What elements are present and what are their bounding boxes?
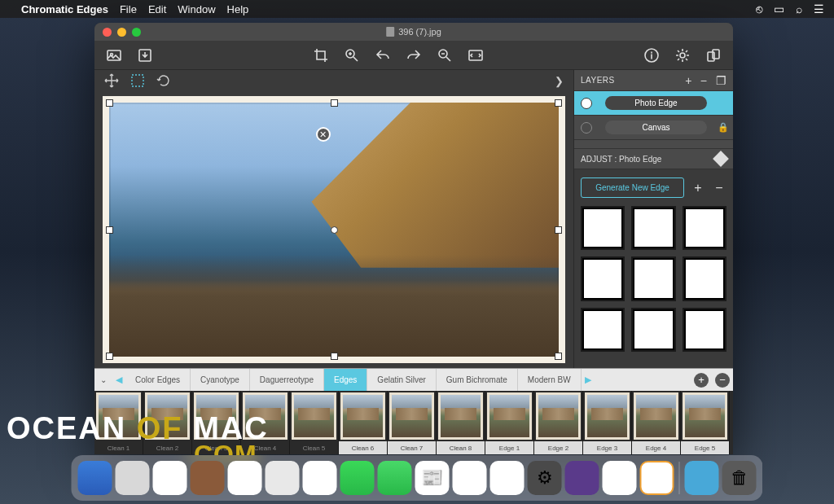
window-titlebar[interactable]: 396 (7).jpg: [94, 23, 733, 41]
delete-selection-icon[interactable]: ✕: [316, 127, 331, 142]
scroll-left-icon[interactable]: ◀: [112, 375, 125, 385]
filter-tab[interactable]: Color Edges: [125, 369, 191, 391]
search-icon[interactable]: ⌕: [796, 2, 802, 15]
preset-thumbnail[interactable]: Clean 6: [339, 391, 388, 454]
info-icon[interactable]: [643, 47, 660, 64]
dock-messages-icon[interactable]: [340, 461, 375, 495]
dock-contacts-icon[interactable]: [191, 461, 225, 495]
minimize-window-button[interactable]: [117, 28, 126, 37]
status-icon[interactable]: ⎋: [756, 2, 762, 15]
dock-news-icon[interactable]: 📰: [415, 461, 450, 495]
rotate-tool-icon[interactable]: [156, 73, 171, 88]
resize-handle[interactable]: [106, 353, 113, 360]
dock-app-icon[interactable]: [153, 461, 187, 495]
filter-tab-active[interactable]: Edges: [324, 369, 367, 391]
resize-handle[interactable]: [106, 99, 113, 107]
display-icon[interactable]: ▭: [774, 2, 784, 15]
edge-preset[interactable]: [581, 206, 625, 250]
preset-thumbnail[interactable]: Edge 1: [485, 391, 534, 454]
dock-finder-icon[interactable]: [78, 461, 112, 495]
dock-appstore-icon[interactable]: [453, 461, 487, 495]
fit-screen-icon[interactable]: [467, 47, 484, 64]
menu-icon[interactable]: ☰: [814, 2, 824, 15]
preset-thumbnail[interactable]: Clean 8: [437, 391, 485, 454]
adjust-options-icon[interactable]: [713, 151, 729, 167]
dock-facetime-icon[interactable]: [378, 461, 412, 495]
edge-preset[interactable]: [683, 256, 726, 300]
redo-icon[interactable]: [406, 47, 422, 64]
scroll-right-icon[interactable]: ▶: [582, 375, 595, 385]
dock-settings-icon[interactable]: ⚙: [528, 461, 562, 495]
resize-handle[interactable]: [555, 99, 562, 107]
dock-trash-icon[interactable]: 🗑: [722, 461, 757, 495]
panel-collapse-icon[interactable]: ❯: [555, 75, 564, 87]
edge-minus-icon[interactable]: −: [712, 181, 726, 195]
resize-handle[interactable]: [331, 99, 338, 107]
preset-thumbnail[interactable]: Edge 2: [534, 391, 583, 454]
preset-thumbnail[interactable]: Clean 5: [290, 391, 339, 454]
category-dropdown-icon[interactable]: ⌄: [94, 375, 112, 384]
edge-preset[interactable]: [683, 308, 726, 352]
app-name[interactable]: Chromatic Edges: [21, 3, 108, 15]
filter-tab[interactable]: Modern BW: [518, 369, 582, 391]
add-layer-icon[interactable]: +: [685, 74, 692, 87]
resize-handle[interactable]: [555, 353, 562, 360]
edge-preset[interactable]: [581, 256, 625, 300]
thumb-zoom-out-icon[interactable]: −: [715, 373, 730, 388]
filter-tab[interactable]: Gum Bichromate: [437, 369, 518, 391]
select-tool-icon[interactable]: [130, 73, 145, 88]
dock-app-icon[interactable]: [565, 461, 599, 495]
edge-preset[interactable]: [631, 206, 675, 250]
duplicate-layer-icon[interactable]: ❐: [716, 74, 727, 87]
layer-lock-icon[interactable]: 🔒: [713, 122, 733, 133]
edge-plus-icon[interactable]: +: [691, 181, 705, 195]
menu-file[interactable]: File: [120, 3, 137, 15]
layer-row-canvas[interactable]: Canvas 🔒: [574, 116, 733, 140]
resize-handle[interactable]: [331, 353, 338, 360]
layer-visibility-icon[interactable]: [574, 98, 599, 109]
resize-handle[interactable]: [555, 226, 562, 234]
dock-reminders-icon[interactable]: [266, 461, 300, 495]
filter-tab[interactable]: Cyanotype: [191, 369, 250, 391]
preset-thumbnail[interactable]: Edge 5: [681, 391, 730, 454]
filter-tab[interactable]: Gelatin Silver: [367, 369, 436, 391]
close-window-button[interactable]: [103, 28, 112, 37]
dock-downloads-icon[interactable]: [685, 461, 719, 495]
center-handle[interactable]: [331, 226, 338, 234]
dock-home-icon[interactable]: [490, 461, 525, 495]
zoom-out-icon[interactable]: [437, 47, 453, 64]
remove-layer-icon[interactable]: −: [700, 74, 708, 87]
preset-thumbnail[interactable]: Clean 7: [388, 391, 437, 454]
edge-preset[interactable]: [631, 308, 675, 352]
cards-icon[interactable]: [705, 47, 722, 64]
open-image-icon[interactable]: [106, 47, 122, 64]
move-tool-icon[interactable]: [104, 73, 119, 88]
crop-icon[interactable]: [313, 47, 329, 64]
undo-icon[interactable]: [375, 47, 391, 64]
dock-calendar-icon[interactable]: [228, 461, 262, 495]
photo-preview[interactable]: ✕: [103, 96, 565, 363]
canvas-area[interactable]: ✕: [94, 91, 573, 368]
zoom-in-icon[interactable]: [344, 47, 360, 64]
dock-chromatic-edges-icon[interactable]: [640, 461, 674, 495]
thumb-zoom-in-icon[interactable]: +: [694, 373, 709, 388]
edge-preset[interactable]: [631, 256, 675, 300]
resize-handle[interactable]: [106, 226, 113, 234]
menu-help[interactable]: Help: [227, 3, 249, 15]
preset-thumbnail[interactable]: Edge 4: [632, 391, 681, 454]
layer-visibility-icon[interactable]: [574, 122, 599, 134]
generate-edge-button[interactable]: Generate New Edge: [581, 177, 684, 198]
edge-preset[interactable]: [581, 308, 625, 352]
dock-app-icon[interactable]: [603, 461, 637, 495]
filter-tab[interactable]: Daguerreotype: [250, 369, 324, 391]
layer-row-photo-edge[interactable]: Photo Edge: [574, 91, 733, 116]
preset-thumbnail[interactable]: Edge 3: [583, 391, 632, 454]
menu-edit[interactable]: Edit: [148, 3, 166, 15]
edge-preset[interactable]: [683, 206, 726, 250]
dock-safari-icon[interactable]: [303, 461, 337, 495]
dock-siri-icon[interactable]: [116, 461, 150, 495]
settings-icon[interactable]: [674, 47, 691, 64]
save-image-icon[interactable]: [137, 47, 153, 64]
fullscreen-window-button[interactable]: [132, 28, 141, 37]
menu-window[interactable]: Window: [178, 3, 215, 15]
